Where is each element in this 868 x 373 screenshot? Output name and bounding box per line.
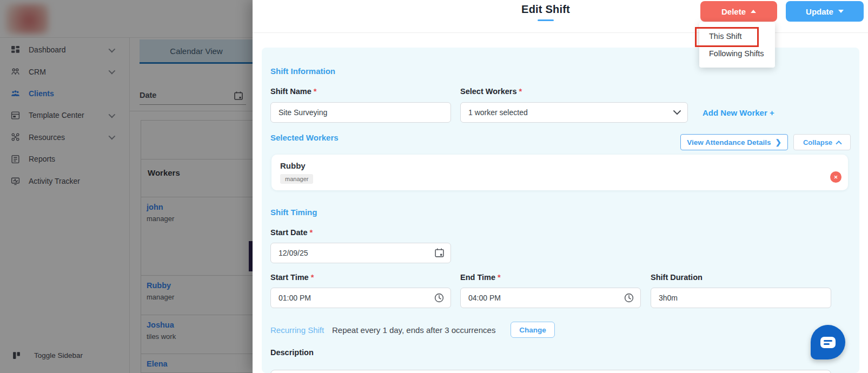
section-heading-shift-timing: Shift Timing	[270, 208, 317, 217]
end-time-input[interactable]	[460, 288, 641, 308]
add-new-worker-link[interactable]: Add New Worker +	[703, 108, 774, 117]
description-field	[270, 370, 831, 373]
start-date-field	[270, 243, 451, 263]
title-underline	[538, 19, 554, 21]
change-recurrence-button[interactable]: Change	[511, 322, 555, 338]
required-asterisk: *	[314, 87, 317, 96]
chat-widget-button[interactable]	[811, 325, 845, 359]
select-workers-dropdown[interactable]	[460, 102, 688, 123]
required-asterisk: *	[311, 273, 314, 282]
caret-up-icon	[751, 10, 756, 13]
start-date-input[interactable]	[270, 243, 451, 263]
update-button[interactable]: Update	[786, 1, 864, 22]
modal-content-panel	[262, 48, 859, 373]
delete-button-label: Delete	[721, 7, 746, 16]
start-time-input[interactable]	[270, 288, 451, 308]
start-time-field	[270, 288, 451, 308]
chevron-right-icon: ❯	[776, 138, 781, 146]
delete-button[interactable]: Delete	[700, 1, 777, 22]
shift-duration-label: Shift Duration	[651, 273, 703, 282]
selected-worker-card	[271, 155, 848, 190]
annotation-highlight-box	[695, 27, 759, 47]
chevron-down-icon[interactable]	[673, 110, 681, 115]
shift-name-field	[270, 102, 451, 123]
start-date-label: Start Date*	[270, 228, 313, 237]
shift-duration-input[interactable]	[651, 288, 831, 308]
section-heading-selected-workers: Selected Workers	[270, 133, 339, 142]
required-asterisk: *	[310, 228, 313, 237]
shift-name-label: Shift Name*	[270, 87, 316, 96]
end-time-field	[460, 288, 641, 308]
modal-title: Edit Shift	[502, 3, 589, 16]
clock-icon[interactable]	[624, 292, 634, 303]
required-asterisk: *	[519, 87, 522, 96]
update-button-label: Update	[806, 7, 833, 16]
start-time-label: Start Time*	[270, 273, 314, 282]
calendar-icon[interactable]	[434, 248, 445, 258]
recurring-summary-text: Repeat every 1 day, ends after 3 occurre…	[332, 325, 495, 335]
select-workers-label: Select Workers*	[460, 87, 522, 96]
selected-worker-name: Rubby	[280, 161, 306, 170]
view-attendance-details-button[interactable]: View Attendance Details ❯	[680, 134, 788, 150]
recurring-shift-link[interactable]: Recurring Shift	[270, 325, 324, 335]
collapse-label: Collapse	[803, 138, 832, 146]
clock-icon[interactable]	[434, 292, 445, 303]
view-attendance-label: View Attendance Details	[687, 138, 771, 146]
section-heading-shift-information: Shift Information	[270, 66, 335, 76]
shift-duration-field	[651, 288, 831, 308]
chat-bubble-icon	[820, 337, 836, 348]
required-asterisk: *	[498, 273, 501, 282]
divider	[253, 32, 868, 33]
caret-down-icon	[838, 10, 844, 13]
select-workers-field	[460, 102, 688, 123]
selected-worker-role-badge: manager	[280, 174, 313, 184]
end-time-label: End Time*	[460, 273, 501, 282]
description-label: Description	[270, 348, 314, 357]
description-input[interactable]	[270, 370, 831, 373]
shift-name-input[interactable]	[270, 102, 451, 123]
collapse-button[interactable]: Collapse	[793, 134, 851, 150]
chevron-up-icon	[836, 141, 842, 146]
remove-worker-button[interactable]: ✕	[830, 171, 842, 183]
menu-item-following-shifts[interactable]: Following Shifts	[699, 45, 775, 62]
